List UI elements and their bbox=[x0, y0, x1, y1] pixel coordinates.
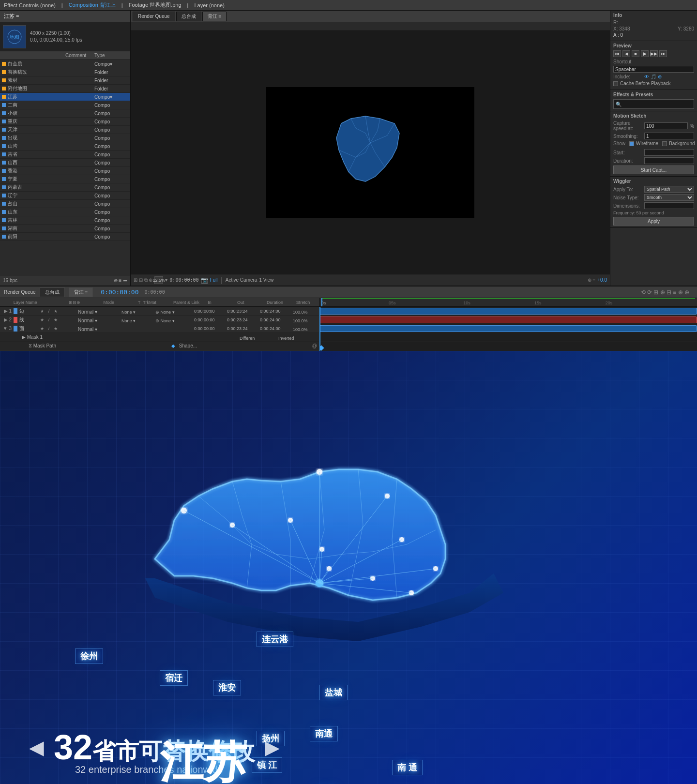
list-item[interactable]: 山东 Compo bbox=[0, 208, 130, 216]
viewer-canvas[interactable] bbox=[131, 31, 610, 274]
camera-select[interactable]: Active Camera bbox=[226, 277, 258, 283]
btn-next-frame[interactable]: ⏭ bbox=[659, 50, 667, 57]
tl-timecode[interactable]: 0:00:00:00 bbox=[101, 288, 138, 296]
list-item[interactable]: 天津 Compo bbox=[0, 126, 130, 134]
sw-icon[interactable]: ★ bbox=[39, 326, 45, 332]
background-checkbox[interactable] bbox=[662, 141, 667, 146]
track-3[interactable] bbox=[319, 324, 697, 333]
capture-speed-input[interactable] bbox=[644, 122, 688, 129]
list-item[interactable]: 宁夏 Compo bbox=[0, 175, 130, 183]
viewer-icons-left[interactable]: ⊞ ⊟ ⧉ ⊕ bbox=[134, 277, 152, 283]
list-item[interactable]: 素材 Folder bbox=[0, 76, 130, 85]
list-item[interactable]: 替换稿改 Folder bbox=[0, 68, 130, 76]
apply-to-select[interactable]: Spatial Path bbox=[644, 186, 694, 193]
menu-item-footage[interactable]: Footage 世界地图.png bbox=[129, 1, 182, 9]
list-item[interactable]: 出现 Compo bbox=[0, 134, 130, 142]
render-queue-label[interactable]: Render Queue bbox=[4, 289, 36, 295]
effects-search[interactable]: 🔍 bbox=[613, 99, 694, 109]
track-2[interactable] bbox=[319, 316, 697, 324]
include-icons[interactable]: 👁 🎵 ⊕ bbox=[644, 74, 662, 79]
menu-item-layer[interactable]: Layer (none) bbox=[194, 2, 224, 8]
mask-row[interactable]: ▶ Mask 1 Differen Inverted bbox=[0, 333, 319, 342]
number-32: 32 bbox=[54, 730, 92, 765]
mask-inverted[interactable]: Inverted bbox=[278, 333, 317, 342]
sw-icon[interactable]: / bbox=[46, 326, 52, 332]
view-select[interactable]: 1 View bbox=[259, 277, 273, 283]
layer-row-2[interactable]: ▶ 2 线 ★ / ★ Normal ▾ None ▾ ⊕ None ▾ bbox=[0, 316, 319, 324]
wireframe-checkbox[interactable] bbox=[629, 141, 634, 146]
layer-parent-1[interactable]: ⊕ None ▾ bbox=[155, 307, 194, 316]
layer-trkmat-1[interactable]: None ▾ bbox=[121, 307, 155, 316]
noise-type-select[interactable]: Smooth bbox=[644, 194, 694, 201]
list-item[interactable]: 前阳 Compo bbox=[0, 233, 130, 241]
smoothing-input[interactable] bbox=[644, 133, 694, 139]
viewer-icons-right[interactable]: ⊕ ≡ bbox=[588, 277, 596, 283]
exposure-control[interactable]: +0.0 bbox=[597, 277, 607, 283]
tl-tab-jiangsu[interactable]: 背江 ≡ bbox=[69, 287, 93, 297]
tab-jiangsu[interactable]: 背江 ≡ bbox=[202, 12, 227, 21]
btn-stop[interactable]: ■ bbox=[632, 50, 639, 57]
mask-path-row[interactable]: ⧖ Mask Path ◆ Shape... @ bbox=[0, 342, 319, 350]
sw-icon[interactable]: / bbox=[46, 308, 52, 314]
project-thumbnail: 地图 4000 x 2250 (1.00) 0.0, 0:00:24.00, 2… bbox=[0, 22, 130, 51]
tab-total-comp[interactable]: 总台成 bbox=[176, 12, 201, 21]
sw-icon[interactable]: / bbox=[46, 317, 52, 323]
project-panel-header[interactable]: 江苏 = bbox=[0, 11, 130, 22]
spacebar-input[interactable] bbox=[613, 66, 694, 73]
arrow-left-btn[interactable]: ◀ bbox=[29, 736, 44, 758]
tl-tab-total[interactable]: 总台成 bbox=[40, 287, 65, 297]
btn-step-back[interactable]: ◀ bbox=[622, 50, 630, 57]
list-item[interactable]: 香港 Compo bbox=[0, 167, 130, 175]
shortcut-label: Shortcut bbox=[613, 59, 642, 64]
tab-render-queue[interactable]: Render Queue bbox=[133, 12, 175, 21]
list-item[interactable]: 吉省 Compo bbox=[0, 151, 130, 159]
list-item[interactable]: 山湾 Compo bbox=[0, 142, 130, 151]
item-type: Folder bbox=[94, 78, 128, 83]
menu-item-composition[interactable]: Composition 背江上 bbox=[69, 1, 116, 9]
list-item[interactable]: 内蒙古 Compo bbox=[0, 183, 130, 192]
list-item[interactable]: 重庆 Compo bbox=[0, 118, 130, 126]
duration-input[interactable] bbox=[644, 157, 694, 164]
list-item[interactable]: 附付地图 Folder bbox=[0, 85, 130, 93]
list-item[interactable]: 山西 Compo bbox=[0, 159, 130, 167]
sw-icon[interactable]: ★ bbox=[53, 326, 59, 332]
track-1[interactable] bbox=[319, 307, 697, 316]
start-input[interactable] bbox=[644, 149, 694, 156]
btn-play[interactable]: ▶ bbox=[641, 50, 649, 57]
list-item-jiangsu[interactable]: 江苏 Compo▾ bbox=[0, 93, 130, 101]
list-item[interactable]: 占山 Compo bbox=[0, 200, 130, 208]
sw-icon[interactable]: ★ bbox=[53, 308, 59, 314]
mask-mode[interactable]: Differen bbox=[240, 333, 278, 342]
sw-icon[interactable]: ★ bbox=[53, 317, 59, 323]
layer-mode-2[interactable]: Normal ▾ bbox=[78, 316, 117, 324]
quality-indicator[interactable]: Full bbox=[210, 277, 218, 283]
arrow-right-btn[interactable]: ▶ bbox=[265, 736, 280, 758]
start-capture-button[interactable]: Start Capt... bbox=[613, 166, 694, 174]
sw-icon[interactable]: ★ bbox=[39, 317, 45, 323]
dimensions-input[interactable] bbox=[644, 202, 694, 209]
layer-row-3[interactable]: ▼ 3 面 ★ / ★ Normal ▾ 0:00:00:00 0:00:23:… bbox=[0, 324, 319, 333]
list-item[interactable]: 吉林 Compo bbox=[0, 216, 130, 225]
layer-mode-1[interactable]: Normal ▾ bbox=[78, 307, 117, 316]
cache-checkbox[interactable] bbox=[613, 81, 618, 86]
zoom-control[interactable]: 12.5% bbox=[154, 276, 163, 284]
layer-row-1[interactable]: ▶ 1 边 ★ / ★ Normal ▾ None ▾ ⊕ None ▾ bbox=[0, 307, 319, 316]
map-shape-svg bbox=[322, 109, 419, 196]
layer-trkmat-2[interactable]: None ▾ bbox=[121, 316, 155, 324]
zoom-dropdown[interactable]: ▾ bbox=[165, 277, 167, 283]
layer-mode-3[interactable]: Normal ▾ bbox=[78, 324, 117, 333]
menu-item-effect-controls[interactable]: Effect Controls (none) bbox=[4, 2, 56, 8]
list-item[interactable]: 白金质 Compo▾ bbox=[0, 60, 130, 68]
wiggler-apply-button[interactable]: Apply bbox=[613, 217, 694, 226]
list-item[interactable]: 小旗 Compo bbox=[0, 109, 130, 118]
timecode-display[interactable]: 0:00:00:00 bbox=[169, 277, 198, 283]
list-item[interactable]: 湖南 Compo bbox=[0, 225, 130, 233]
stretch-val-2: 100.0% bbox=[293, 318, 308, 323]
btn-prev-frame[interactable]: ⏮ bbox=[613, 50, 621, 57]
layer-parent-2[interactable]: ⊕ None ▾ bbox=[155, 316, 194, 324]
btn-step-fwd[interactable]: ▶▶ bbox=[650, 50, 658, 57]
list-item[interactable]: 二南 Compo bbox=[0, 101, 130, 109]
list-item[interactable]: 辽宁 Compo bbox=[0, 192, 130, 200]
tl-ctrl-icons[interactable]: ⟲ ⟳ ⊞ ⊕ ⊟ ≡ ⊕ ⊕ bbox=[641, 289, 689, 296]
sw-icon[interactable]: ★ bbox=[39, 308, 45, 314]
